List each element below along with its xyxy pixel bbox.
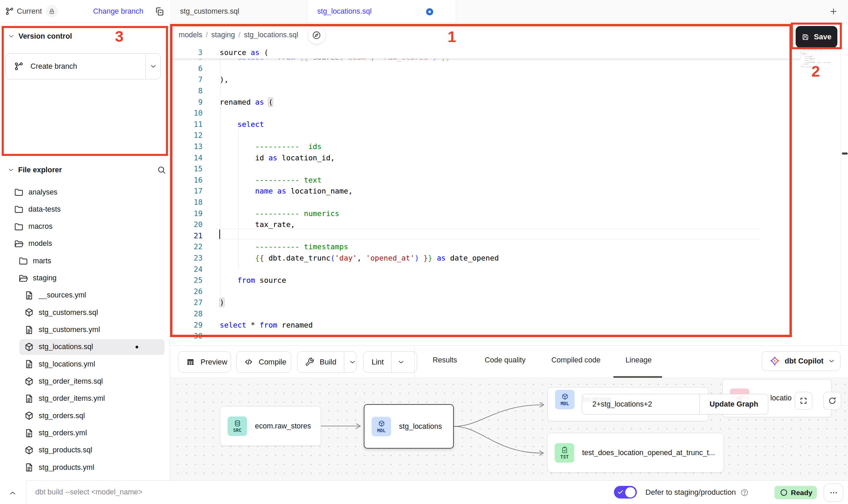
code-token: date_opened bbox=[825, 62, 830, 63]
code-token: select bbox=[803, 50, 806, 51]
code-token bbox=[220, 254, 255, 262]
compass-button[interactable] bbox=[308, 26, 325, 44]
tree-item-label: models bbox=[28, 239, 52, 248]
editor-tab-stg_locations.sql[interactable]: stg_locations.sql bbox=[307, 0, 456, 23]
tree-item-data-tests[interactable]: data-tests bbox=[14, 201, 61, 217]
lineage-node-ecom.raw_stores[interactable]: SRCecom.raw_stores bbox=[220, 406, 321, 446]
build-button[interactable]: Build bbox=[297, 351, 357, 373]
bottom-toolbar: PreviewCompileBuildLint ResultsCode qual… bbox=[170, 345, 848, 378]
file-icon bbox=[24, 462, 34, 473]
breadcrumb-item[interactable]: models bbox=[179, 31, 202, 39]
line-number: 19 bbox=[170, 208, 203, 219]
tree-item-stg_products.sql[interactable]: stg_products.sql bbox=[24, 442, 92, 458]
code-token: ) bbox=[801, 65, 801, 66]
dbt-copilot-button[interactable]: dbt Copilot bbox=[762, 351, 840, 371]
code-token: location_id, bbox=[277, 154, 335, 162]
tab-code-quality[interactable]: Code quality bbox=[485, 356, 526, 364]
code-line: ---------- text bbox=[220, 174, 322, 186]
lineage-node-stg_locations[interactable]: MDLstg_locations bbox=[364, 404, 454, 449]
lint-dropdown[interactable] bbox=[391, 352, 410, 372]
lineage-graph[interactable]: SRCecom.raw_storesMDLstg_locationsMDLloc… bbox=[170, 378, 848, 480]
breadcrumb-item[interactable]: stg_locations.sql bbox=[244, 31, 298, 39]
node-badge: SRC bbox=[228, 416, 247, 436]
change-branch-link[interactable]: Change branch bbox=[93, 7, 143, 16]
lineage-selector-input[interactable] bbox=[582, 395, 699, 414]
sticky-scroll-line: 3source as ( bbox=[170, 47, 800, 58]
tab-lineage[interactable]: Lineage bbox=[626, 356, 652, 364]
tree-item-__sources.yml[interactable]: __sources.yml bbox=[24, 288, 86, 303]
build-dropdown[interactable] bbox=[344, 352, 361, 372]
tree-item-models[interactable]: models bbox=[14, 236, 52, 252]
file-icon bbox=[24, 290, 34, 301]
code-token: 'ecom' bbox=[814, 50, 817, 51]
code-token: 'day' bbox=[335, 254, 357, 262]
sticky-line-number: 3 bbox=[170, 47, 203, 58]
code-token: ( bbox=[331, 254, 335, 262]
new-tab-button[interactable] bbox=[829, 7, 838, 16]
copy-icon[interactable] bbox=[154, 6, 165, 16]
line-number: 18 bbox=[170, 197, 203, 208]
version-control-header[interactable]: Version control bbox=[0, 29, 170, 44]
code-line: ---------- timestamps bbox=[220, 241, 348, 252]
tree-item-staging[interactable]: staging bbox=[18, 270, 56, 286]
tree-item-stg_products.yml[interactable]: stg_products.yml bbox=[24, 460, 94, 475]
minimap[interactable]: withsource as ( select * from {{ source(… bbox=[801, 47, 840, 239]
tree-item-stg_locations.yml[interactable]: stg_locations.yml bbox=[24, 356, 95, 372]
lint-button[interactable]: Lint bbox=[363, 351, 417, 373]
tree-item-analyses[interactable]: analyses bbox=[14, 184, 57, 200]
help-icon[interactable] bbox=[740, 488, 749, 497]
compile-button[interactable]: Compile bbox=[236, 351, 291, 373]
defer-toggle[interactable] bbox=[614, 486, 637, 499]
create-branch-button[interactable]: Create branch bbox=[5, 53, 161, 79]
code-token: source bbox=[220, 48, 251, 57]
more-options-button[interactable] bbox=[824, 483, 843, 502]
tab-results[interactable]: Results bbox=[433, 356, 457, 364]
refresh-button[interactable] bbox=[823, 392, 841, 410]
code-token: select bbox=[237, 120, 264, 129]
code-token: ( bbox=[806, 53, 807, 53]
tree-item-stg_order_items.yml[interactable]: stg_order_items.yml bbox=[24, 391, 105, 407]
create-branch-dropdown[interactable] bbox=[145, 54, 160, 79]
tree-item-macros[interactable]: macros bbox=[14, 219, 52, 235]
code-line: tax_rate, bbox=[220, 219, 295, 230]
file-explorer-header[interactable]: File explorer bbox=[0, 162, 170, 177]
tree-item-stg_orders.sql[interactable]: stg_orders.sql bbox=[24, 408, 85, 424]
model-icon bbox=[24, 411, 34, 421]
lock-icon bbox=[46, 5, 58, 17]
tab-compiled-code[interactable]: Compiled code bbox=[551, 356, 600, 364]
check-icon bbox=[617, 489, 624, 495]
save-button[interactable]: Save bbox=[796, 26, 837, 48]
sticky-code-line: source as ( bbox=[220, 47, 268, 58]
code-editor[interactable]: 5 select * from {{ source('ecom', 'raw_s… bbox=[170, 47, 800, 345]
code-token: from bbox=[260, 321, 278, 329]
tree-item-label: stg_customers.sql bbox=[39, 308, 98, 317]
code-token: { bbox=[260, 254, 264, 262]
tab-strip: stg_customers.sqlstg_locations.sql bbox=[170, 0, 848, 23]
tree-item-label: stg_products.sql bbox=[39, 446, 92, 454]
fullscreen-button[interactable] bbox=[795, 392, 812, 410]
code-token: renamed bbox=[807, 66, 811, 67]
tree-item-stg_customers.yml[interactable]: stg_customers.yml bbox=[24, 322, 100, 338]
dbt-command-input[interactable]: dbt build --select <model_name> bbox=[35, 480, 142, 504]
update-graph-button[interactable]: Update Graph bbox=[699, 394, 768, 414]
preview-button[interactable]: Preview bbox=[178, 351, 231, 373]
breadcrumb-item[interactable]: staging bbox=[211, 31, 235, 39]
folder-icon bbox=[14, 204, 24, 214]
node-badge: TST bbox=[555, 443, 574, 463]
tree-item-stg_customers.sql[interactable]: stg_customers.sql bbox=[24, 305, 98, 320]
search-icon[interactable] bbox=[157, 165, 166, 175]
tree-item-marts[interactable]: marts bbox=[18, 253, 51, 269]
code-line: ), bbox=[220, 74, 229, 85]
code-line: ) bbox=[220, 297, 224, 308]
tree-item-stg_order_items.sql[interactable]: stg_order_items.sql bbox=[24, 374, 103, 389]
resize-handle[interactable] bbox=[842, 152, 848, 155]
folder-open-icon bbox=[18, 273, 28, 283]
tree-item-stg_locations.sql[interactable]: stg_locations.sql bbox=[24, 339, 93, 355]
code-token bbox=[801, 58, 805, 59]
code-token: 'raw_stores' bbox=[818, 50, 823, 51]
lineage-node-test_does_location_opened_at_trunc_t...[interactable]: TSTtest_does_location_opened_at_trunc_t.… bbox=[547, 433, 724, 473]
tree-item-stg_orders.yml[interactable]: stg_orders.yml bbox=[24, 425, 87, 441]
editor-tab-stg_customers.sql[interactable]: stg_customers.sql bbox=[170, 0, 307, 23]
chevron-up-icon[interactable] bbox=[9, 489, 16, 497]
code-token: select bbox=[803, 54, 806, 55]
